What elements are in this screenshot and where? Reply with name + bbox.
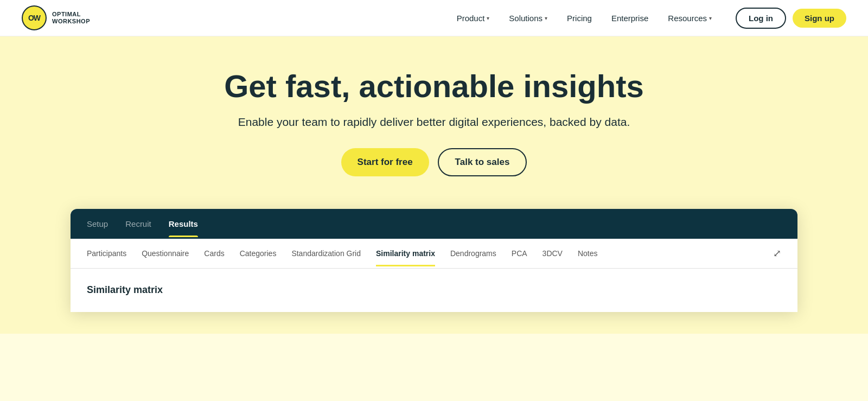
demo-subtab-participants[interactable]: Participants — [87, 240, 126, 266]
demo-tab-results[interactable]: Results — [169, 211, 198, 237]
nav-pricing[interactable]: Pricing — [559, 9, 599, 27]
demo-subtab-standardization[interactable]: Standardization Grid — [291, 240, 361, 266]
demo-content: Similarity matrix — [71, 269, 797, 312]
hero-subheading: Enable your team to rapidly deliver bett… — [22, 116, 846, 129]
demo-subtab-questionnaire[interactable]: Questionnaire — [142, 240, 189, 266]
nav-enterprise[interactable]: Enterprise — [604, 9, 656, 27]
nav-resources[interactable]: Resources ▾ — [660, 9, 719, 27]
logo-icon: OW — [22, 5, 47, 30]
demo-subtab-similarity[interactable]: Similarity matrix — [376, 240, 435, 266]
demo-sub-bar: Participants Questionnaire Cards Categor… — [71, 239, 797, 269]
demo-top-bar: Setup Recruit Results — [71, 209, 797, 239]
login-button[interactable]: Log in — [736, 8, 786, 29]
talk-to-sales-button[interactable]: Talk to sales — [438, 148, 527, 176]
demo-subtab-dendrograms[interactable]: Dendrograms — [450, 240, 496, 266]
chevron-down-icon: ▾ — [709, 15, 712, 21]
nav-solutions[interactable]: Solutions ▾ — [501, 9, 555, 27]
hero-section: Get fast, actionable insights Enable you… — [0, 36, 868, 334]
demo-subtab-pca[interactable]: PCA — [512, 240, 527, 266]
demo-tab-setup[interactable]: Setup — [87, 211, 108, 237]
demo-window: Setup Recruit Results Participants Quest… — [71, 209, 797, 312]
demo-subtab-3dcv[interactable]: 3DCV — [542, 240, 563, 266]
logo-text: OPTIMAL WORKSHOP — [52, 11, 90, 25]
demo-tab-recruit[interactable]: Recruit — [125, 211, 151, 237]
chevron-down-icon: ▾ — [487, 15, 489, 21]
nav-product[interactable]: Product ▾ — [449, 9, 497, 27]
chevron-down-icon: ▾ — [545, 15, 547, 21]
demo-subtab-cards[interactable]: Cards — [204, 240, 224, 266]
start-free-button[interactable]: Start for free — [341, 148, 429, 176]
signup-button[interactable]: Sign up — [793, 9, 846, 28]
demo-subtab-notes[interactable]: Notes — [578, 240, 598, 266]
demo-subtab-categories[interactable]: Categories — [240, 240, 277, 266]
expand-icon[interactable]: ⤢ — [773, 247, 781, 259]
demo-content-title: Similarity matrix — [87, 284, 163, 296]
logo-link[interactable]: OW OPTIMAL WORKSHOP — [22, 5, 90, 30]
nav-actions: Log in Sign up — [736, 8, 846, 29]
navigation: OW OPTIMAL WORKSHOP Product ▾ Solutions … — [0, 0, 868, 36]
hero-buttons: Start for free Talk to sales — [22, 148, 846, 176]
nav-links: Product ▾ Solutions ▾ Pricing Enterprise… — [449, 9, 719, 27]
hero-heading: Get fast, actionable insights — [22, 69, 846, 104]
